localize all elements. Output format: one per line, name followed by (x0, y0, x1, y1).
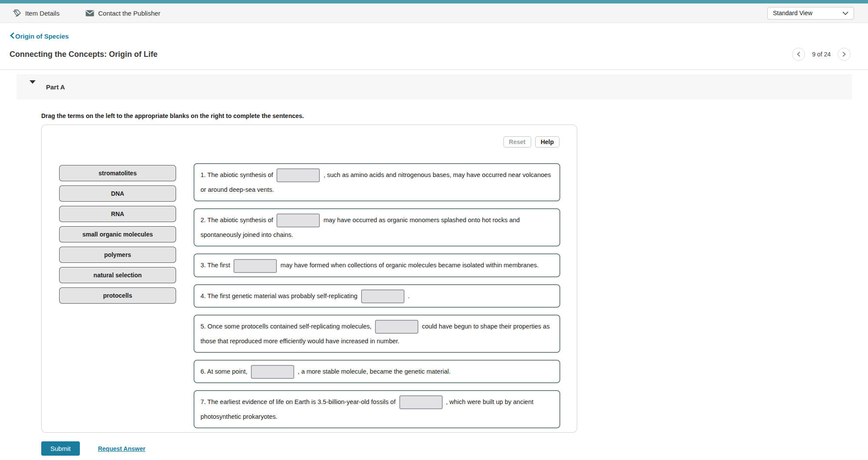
part-label: Part A (46, 83, 65, 91)
sentence-text-post: . (408, 292, 410, 299)
answer-blank[interactable] (251, 365, 294, 379)
help-button[interactable]: Help (535, 136, 559, 148)
toolbar: Item Details Contact the Publisher Stand… (0, 3, 868, 23)
contact-publisher-label: Contact the Publisher (98, 10, 160, 17)
view-mode-value: Standard View (773, 10, 812, 16)
submit-button[interactable]: Submit (41, 441, 80, 456)
tag-icon (11, 9, 21, 17)
item-details-button[interactable]: Item Details (11, 9, 59, 17)
answer-blank[interactable] (276, 214, 320, 227)
sentence-list: 1. The abiotic synthesis of , such as am… (194, 163, 560, 428)
instruction-text: Drag the terms on the left to the approp… (41, 112, 868, 119)
sentence-text-pre: 4. The first genetic material was probab… (201, 292, 358, 299)
answer-blank[interactable] (276, 168, 320, 182)
sentence-row: 7. The earliest evidence of life on Eart… (194, 390, 560, 428)
sentence-text-pre: 5. Once some protocells contained self-r… (201, 323, 372, 330)
part-a-header: Part A (16, 74, 852, 99)
sentence-text-post: , a more stable molecule, became the gen… (298, 368, 450, 375)
sentence-text-pre: 2. The abiotic synthesis of (201, 217, 273, 223)
sentence-text-pre: 1. The abiotic synthesis of (201, 171, 273, 178)
sentence-text-post: may have formed when collections of orga… (280, 262, 539, 269)
previous-item-button[interactable] (792, 48, 805, 61)
breadcrumb-back-link[interactable]: Origin of Species (10, 33, 69, 40)
sentence-row: 6. At some point, , a more stable molecu… (194, 360, 560, 383)
triangle-down-icon (30, 80, 36, 90)
header: Origin of Species Connecting the Concept… (0, 23, 868, 70)
draggable-term[interactable]: RNA (59, 206, 176, 222)
request-answer-link[interactable]: Request Answer (98, 445, 145, 452)
sentence-row: 3. The first may have formed when collec… (194, 253, 560, 277)
sentence-row: 5. Once some protocells contained self-r… (194, 315, 560, 353)
sentence-text-pre: 6. At some point, (201, 368, 247, 375)
view-mode-select[interactable]: Standard View (767, 7, 854, 20)
word-bank: stromatolites DNA RNA small organic mole… (59, 165, 176, 304)
sentence-text-pre: 3. The first (201, 262, 230, 269)
next-item-button[interactable] (838, 48, 851, 61)
pagination-count: 9 of 24 (812, 51, 831, 58)
draggable-term[interactable]: small organic molecules (59, 226, 176, 243)
answer-blank[interactable] (399, 395, 443, 409)
page-title: Connecting the Concepts: Origin of Life (10, 50, 158, 59)
top-accent-strip (0, 0, 868, 3)
sentence-text-pre: 7. The earliest evidence of life on Eart… (201, 398, 395, 405)
draggable-term[interactable]: polymers (59, 246, 176, 263)
sentence-row: 4. The first genetic material was probab… (194, 284, 560, 308)
answer-blank[interactable] (375, 320, 418, 334)
reset-button[interactable]: Reset (503, 136, 531, 148)
breadcrumb-label: Origin of Species (15, 33, 69, 40)
draggable-term[interactable]: natural selection (59, 267, 176, 283)
contact-publisher-button[interactable]: Contact the Publisher (85, 10, 160, 17)
sentence-row: 1. The abiotic synthesis of , such as am… (194, 163, 560, 201)
answer-blank[interactable] (233, 259, 277, 273)
item-pager: 9 of 24 (792, 48, 851, 61)
collapse-part-button[interactable] (28, 82, 37, 92)
panel-actions: Reset Help (503, 136, 559, 148)
draggable-term[interactable]: protocells (59, 287, 176, 304)
item-details-label: Item Details (25, 10, 59, 17)
draggable-term[interactable]: stromatolites (59, 165, 176, 181)
envelope-icon (85, 10, 94, 16)
back-chevron-icon (10, 33, 15, 40)
answer-blank[interactable] (361, 289, 404, 303)
draggable-term[interactable]: DNA (59, 185, 176, 202)
chevron-down-icon (842, 10, 848, 16)
footer-actions: Submit Request Answer (41, 441, 868, 456)
sentence-row: 2. The abiotic synthesis of may have occ… (194, 208, 560, 246)
drag-drop-panel: Reset Help stromatolites DNA RNA small o… (41, 125, 577, 433)
